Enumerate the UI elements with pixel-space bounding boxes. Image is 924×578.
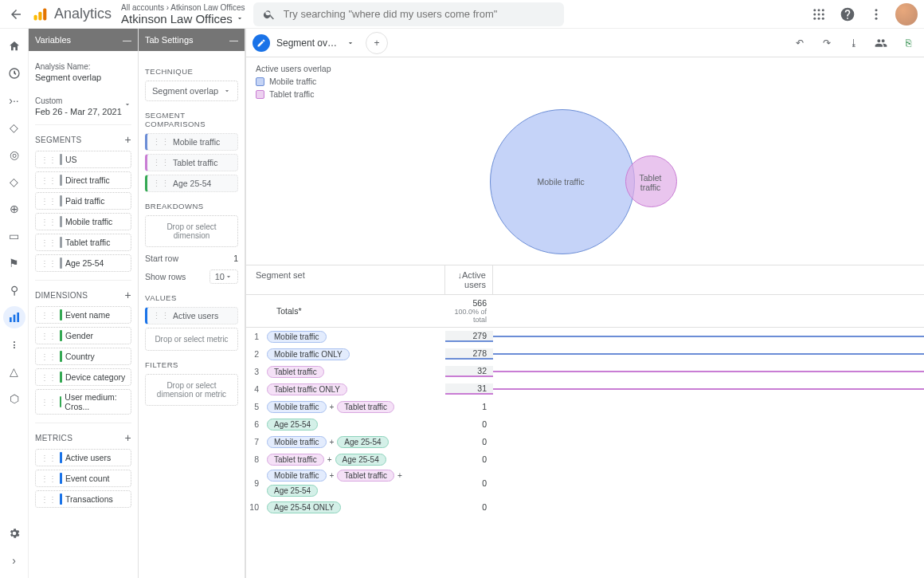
share-icon[interactable] bbox=[871, 33, 891, 53]
more-icon[interactable] bbox=[867, 5, 886, 24]
totals-pct: 100.0% of total bbox=[445, 308, 487, 324]
tab-settings-title: Tab Settings bbox=[145, 35, 194, 45]
startrow-input[interactable] bbox=[206, 254, 238, 263]
caret-down-icon bbox=[346, 39, 354, 47]
table-row[interactable]: 2Mobile traffic ONLY278 bbox=[246, 345, 924, 363]
collapse-icon[interactable]: — bbox=[229, 35, 238, 45]
collapse-icon[interactable]: — bbox=[123, 35, 131, 45]
dimensions-label: DIMENSIONS bbox=[35, 291, 88, 300]
dimension-chip[interactable]: ⋮⋮Country bbox=[35, 348, 131, 365]
undo-icon[interactable]: ↶ bbox=[790, 33, 809, 53]
col-active-users[interactable]: ↓Active users bbox=[445, 265, 493, 294]
svg-rect-2 bbox=[43, 8, 46, 20]
avatar[interactable] bbox=[895, 3, 918, 26]
legend-item: Tablet traffic bbox=[256, 89, 914, 99]
table-row[interactable]: 6Age 25-540 bbox=[246, 415, 924, 433]
col-segment-set[interactable]: Segment set bbox=[246, 265, 445, 294]
caret-down-icon bbox=[123, 100, 131, 108]
filters-drop[interactable]: Drop or select dimension or metric bbox=[145, 374, 238, 406]
date-range-picker[interactable]: Custom Feb 26 - Mar 27, 2021 bbox=[35, 88, 131, 120]
dimension-chip[interactable]: ⋮⋮Event name bbox=[35, 306, 131, 324]
segcomp-chip[interactable]: ⋮⋮Mobile traffic bbox=[145, 133, 238, 151]
analysis-name[interactable]: Segment overlap bbox=[35, 73, 131, 82]
nav-rail: ›·· ◇ ◎ ◇ ⊕ ▭ ⚑ ⚲ ⫶ △ ⬡ › bbox=[0, 29, 29, 578]
table-row[interactable]: 1Mobile traffic279 bbox=[246, 328, 924, 345]
venn-title: Active users overlap bbox=[256, 64, 914, 73]
value-chip[interactable]: ⋮⋮Active users bbox=[145, 307, 238, 324]
nav-realtime[interactable] bbox=[3, 62, 25, 85]
nav-item-14[interactable]: ⬡ bbox=[3, 387, 25, 410]
nav-item-7[interactable]: ⊕ bbox=[3, 198, 25, 220]
apps-icon[interactable] bbox=[809, 5, 828, 24]
technique-select[interactable]: Segment overlap bbox=[145, 81, 238, 101]
table-row[interactable]: 4Tablet traffic ONLY31 bbox=[246, 380, 924, 398]
segment-chip[interactable]: ⋮⋮US bbox=[35, 151, 131, 168]
analysis-name-label: Analysis Name: bbox=[35, 62, 131, 71]
svg-rect-0 bbox=[34, 14, 37, 20]
svg-point-3 bbox=[813, 9, 816, 11]
nav-item-10[interactable]: ⚲ bbox=[3, 279, 25, 301]
segcomp-chip[interactable]: ⋮⋮Tablet traffic bbox=[145, 154, 238, 171]
segment-chip[interactable]: ⋮⋮Direct traffic bbox=[35, 171, 131, 189]
nav-item-8[interactable]: ▭ bbox=[3, 225, 25, 247]
export-icon[interactable]: ⎘ bbox=[899, 33, 918, 53]
analytics-icon bbox=[32, 6, 48, 22]
dimension-chip[interactable]: ⋮⋮Device category bbox=[35, 368, 131, 386]
svg-rect-17 bbox=[13, 315, 15, 322]
add-metric-button[interactable]: + bbox=[125, 431, 131, 444]
segment-chip[interactable]: ⋮⋮Tablet traffic bbox=[35, 234, 131, 251]
svg-point-14 bbox=[875, 17, 878, 19]
table-row[interactable]: 5Mobile traffic+Tablet traffic1 bbox=[246, 398, 924, 415]
segments-label: SEGMENTS bbox=[35, 136, 82, 144]
technique-label: TECHNIQUE bbox=[145, 67, 238, 76]
venn-label-tablet: Tablet traffic bbox=[640, 173, 662, 192]
showrows-select[interactable]: 10 bbox=[209, 269, 238, 284]
nav-admin[interactable] bbox=[3, 522, 25, 545]
table-row[interactable]: 8Tablet traffic+Age 25-540 bbox=[246, 450, 924, 468]
add-segment-button[interactable]: + bbox=[125, 133, 131, 146]
breakdowns-drop[interactable]: Drop or select dimension bbox=[145, 215, 238, 247]
table-row[interactable]: 3Tablet traffic32 bbox=[246, 363, 924, 380]
back-button[interactable] bbox=[6, 5, 25, 24]
add-tab-button[interactable]: + bbox=[366, 32, 388, 54]
dimension-chip[interactable]: ⋮⋮Gender bbox=[35, 327, 131, 344]
values-drop[interactable]: Drop or select metric bbox=[145, 328, 238, 351]
nav-item-6[interactable]: ◇ bbox=[3, 171, 25, 193]
metric-chip[interactable]: ⋮⋮Transactions bbox=[35, 490, 131, 508]
search-box[interactable] bbox=[253, 2, 564, 26]
search-input[interactable] bbox=[284, 8, 554, 20]
help-icon[interactable] bbox=[838, 5, 857, 24]
nav-item-3[interactable]: ›·· bbox=[3, 89, 25, 112]
nav-explore[interactable] bbox=[3, 306, 25, 328]
segment-chip[interactable]: ⋮⋮Age 25-54 bbox=[35, 254, 131, 272]
svg-point-9 bbox=[813, 17, 816, 19]
download-icon[interactable]: ⭳ bbox=[844, 33, 863, 53]
segcomp-chip[interactable]: ⋮⋮Age 25-54 bbox=[145, 175, 238, 192]
segment-chip[interactable]: ⋮⋮Mobile traffic bbox=[35, 213, 131, 230]
account-selector[interactable]: All accounts › Atkinson Law Offices Atki… bbox=[121, 3, 245, 26]
svg-point-8 bbox=[822, 13, 824, 15]
nav-collapse[interactable]: › bbox=[3, 549, 25, 572]
svg-point-10 bbox=[818, 17, 820, 19]
svg-point-11 bbox=[822, 17, 824, 19]
nav-item-4[interactable]: ◇ bbox=[3, 116, 25, 139]
nav-home[interactable] bbox=[3, 35, 25, 57]
topbar: Analytics All accounts › Atkinson Law Of… bbox=[0, 0, 924, 29]
table-row[interactable]: 9Mobile traffic+Tablet traffic+Age 25-54… bbox=[246, 468, 924, 498]
redo-icon[interactable]: ↷ bbox=[817, 33, 836, 53]
table-row[interactable]: 10Age 25-54 ONLY0 bbox=[246, 498, 924, 516]
totals-label: Totals* bbox=[264, 305, 445, 317]
add-dimension-button[interactable]: + bbox=[125, 289, 131, 301]
nav-item-5[interactable]: ◎ bbox=[3, 144, 25, 166]
tab-segment-overlap[interactable]: Segment overl... bbox=[253, 34, 354, 52]
nav-item-12[interactable]: ⫶ bbox=[3, 333, 25, 356]
dimension-chip[interactable]: ⋮⋮User medium: Cros... bbox=[35, 389, 131, 415]
nav-item-9[interactable]: ⚑ bbox=[3, 252, 25, 274]
edit-icon bbox=[253, 34, 270, 52]
segment-chip[interactable]: ⋮⋮Paid traffic bbox=[35, 192, 131, 210]
caret-down-icon bbox=[225, 273, 233, 281]
metric-chip[interactable]: ⋮⋮Active users bbox=[35, 449, 131, 466]
table-row[interactable]: 7Mobile traffic+Age 25-540 bbox=[246, 433, 924, 450]
metric-chip[interactable]: ⋮⋮Event count bbox=[35, 470, 131, 487]
nav-item-13[interactable]: △ bbox=[3, 360, 25, 383]
